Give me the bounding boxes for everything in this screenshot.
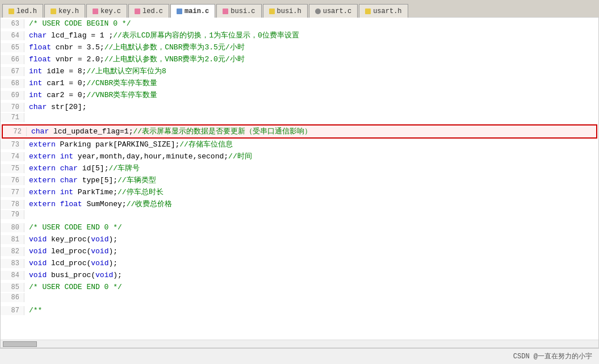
line-code: void key_proc(void); — [24, 233, 598, 245]
line-code — [24, 118, 598, 119]
line-row: 73extern Parking park[PARKING_SIZE];//存储… — [1, 139, 598, 150]
line-number: 66 — [1, 55, 24, 64]
line-number: 73 — [1, 140, 24, 149]
line-code: extern char id[5];//车牌号 — [24, 162, 598, 174]
line-row: 64char lcd_flag = 1 ;//表示LCD屏幕内容的切换，1为车位… — [1, 30, 598, 41]
line-row: 74extern int year,month,day,hour,minute,… — [1, 150, 598, 162]
scrollbar-thumb[interactable] — [3, 341, 37, 347]
line-row: 65float cnbr = 3.5;//上电默认参数，CNBR费率为3.5元/… — [1, 41, 598, 53]
line-code — [24, 215, 598, 216]
line-row: 85/* USER CODE END 0 */ — [1, 281, 598, 293]
line-number: 85 — [1, 283, 24, 292]
line-code: void led_proc(void); — [24, 245, 598, 257]
line-row: 82void led_proc(void); — [1, 245, 598, 257]
line-row: 66float vnbr = 2.0;//上电默认参数，VNBR费率为2.0元/… — [1, 53, 598, 65]
line-code: extern int year,month,day,hour,minute,se… — [24, 150, 598, 162]
line-number: 78 — [1, 200, 24, 209]
line-code: float vnbr = 2.0;//上电默认参数，VNBR费率为2.0元/小时 — [24, 53, 598, 65]
line-number: 74 — [1, 152, 24, 161]
line-code — [24, 298, 598, 299]
tab-label-key-c: key.c — [100, 7, 121, 15]
line-code: int car2 = 0;//VNBR类车停车数量 — [24, 89, 598, 101]
tab-icon-led-h — [9, 9, 14, 14]
tab-label-usart-h: usart.h — [373, 7, 401, 15]
line-row: 75extern char id[5];//车牌号 — [1, 162, 598, 174]
line-code: int car1 = 0;//CNBR类车停车数量 — [24, 77, 598, 89]
line-number: 86 — [1, 293, 24, 302]
tab-busi-h[interactable]: busi.h — [263, 4, 308, 18]
line-code: char lcd_update_flag=1;//表示屏幕显示的数据是否要更新（… — [27, 125, 596, 137]
line-row: 77extern int ParkTime;//停车总时长 — [1, 186, 598, 198]
line-row: 67int idle = 8;//上电默认空闲车位为8 — [1, 65, 598, 77]
tab-icon-usart-h — [365, 9, 371, 14]
tab-main-c[interactable]: main.c — [170, 4, 215, 18]
line-number: 83 — [1, 259, 24, 268]
line-number: 64 — [1, 31, 24, 40]
line-code: /* USER CODE BEGIN 0 */ — [24, 18, 598, 30]
tab-label-key-h: key.h — [58, 7, 79, 15]
tab-led-h[interactable]: led.h — [2, 4, 43, 18]
line-number: 68 — [1, 79, 24, 88]
tab-icon-led-c — [135, 9, 140, 14]
tab-usart-h[interactable]: usart.h — [359, 4, 408, 18]
line-number: 87 — [1, 306, 24, 315]
tab-icon-key-c — [93, 9, 98, 14]
tab-usart-c[interactable]: usart.c — [309, 4, 358, 18]
line-number: 70 — [1, 103, 24, 112]
line-number: 80 — [1, 223, 24, 232]
tab-icon-main-c — [177, 9, 182, 14]
line-number: 77 — [1, 188, 24, 197]
line-number: 75 — [1, 164, 24, 173]
line-row: 80/* USER CODE END 0 */ — [1, 221, 598, 233]
tab-label-led-c: led.c — [143, 7, 163, 15]
line-row: 68int car1 = 0;//CNBR类车停车数量 — [1, 77, 598, 89]
tab-icon-busi-c — [223, 9, 228, 14]
line-row: 76extern char type[5];//车辆类型 — [1, 174, 598, 186]
line-number: 84 — [1, 271, 24, 280]
line-row: 72char lcd_update_flag=1;//表示屏幕显示的数据是否要更… — [2, 124, 597, 139]
line-code: extern Parking park[PARKING_SIZE];//存储车位… — [24, 139, 598, 150]
line-code: void lcd_proc(void); — [24, 257, 598, 269]
line-row: 87/** — [1, 304, 598, 316]
line-code: /* USER CODE END 0 */ — [24, 221, 598, 233]
line-number: 72 — [3, 127, 27, 136]
line-row: 84void busi_proc(void); — [1, 269, 598, 281]
line-code: /* USER CODE END 0 */ — [24, 281, 598, 293]
line-number: 79 — [1, 210, 24, 219]
line-number: 76 — [1, 176, 24, 185]
tab-label-usart-c: usart.c — [323, 7, 351, 15]
tab-busi-c[interactable]: busi.c — [216, 4, 261, 18]
line-number: 71 — [1, 113, 24, 122]
tab-led-c[interactable]: led.c — [128, 4, 169, 18]
tab-icon-key-h — [51, 9, 56, 14]
bottom-bar: CSDN @一直在努力的小宇 — [0, 348, 599, 364]
horizontal-scrollbar[interactable] — [1, 340, 598, 348]
line-code: float cnbr = 3.5;//上电默认参数，CNBR费率为3.5元/小时 — [24, 41, 598, 53]
code-area: 63/* USER CODE BEGIN 0 */64char lcd_flag… — [0, 17, 599, 348]
tab-label-busi-h: busi.h — [277, 7, 301, 15]
tab-key-c[interactable]: key.c — [86, 4, 127, 18]
line-code: void busi_proc(void); — [24, 269, 598, 281]
tab-icon-usart-c — [315, 9, 321, 14]
line-row: 78extern float SumMoney;//收费总价格 — [1, 198, 598, 210]
line-code: extern int ParkTime;//停车总时长 — [24, 186, 598, 198]
line-row: 79 — [1, 210, 598, 221]
line-number: 81 — [1, 235, 24, 244]
line-number: 65 — [1, 43, 24, 52]
line-code: extern float SumMoney;//收费总价格 — [24, 198, 598, 210]
line-number: 69 — [1, 91, 24, 100]
line-code: /** — [24, 304, 598, 316]
line-row: 69int car2 = 0;//VNBR类车停车数量 — [1, 89, 598, 101]
code-content: 63/* USER CODE BEGIN 0 */64char lcd_flag… — [1, 18, 598, 340]
tab-label-led-h: led.h — [16, 7, 37, 15]
tab-label-main-c: main.c — [185, 7, 209, 15]
line-row: 83void lcd_proc(void); — [1, 257, 598, 269]
line-row: 70char str[20]; — [1, 101, 598, 113]
line-code: extern char type[5];//车辆类型 — [24, 174, 598, 186]
line-row: 86 — [1, 293, 598, 304]
tab-key-h[interactable]: key.h — [44, 4, 85, 18]
attribution-label: CSDN @一直在努力的小宇 — [513, 352, 592, 361]
line-row: 81void key_proc(void); — [1, 233, 598, 245]
line-code: char lcd_flag = 1 ;//表示LCD屏幕内容的切换，1为车位显示… — [24, 30, 598, 41]
line-row: 71 — [1, 113, 598, 124]
